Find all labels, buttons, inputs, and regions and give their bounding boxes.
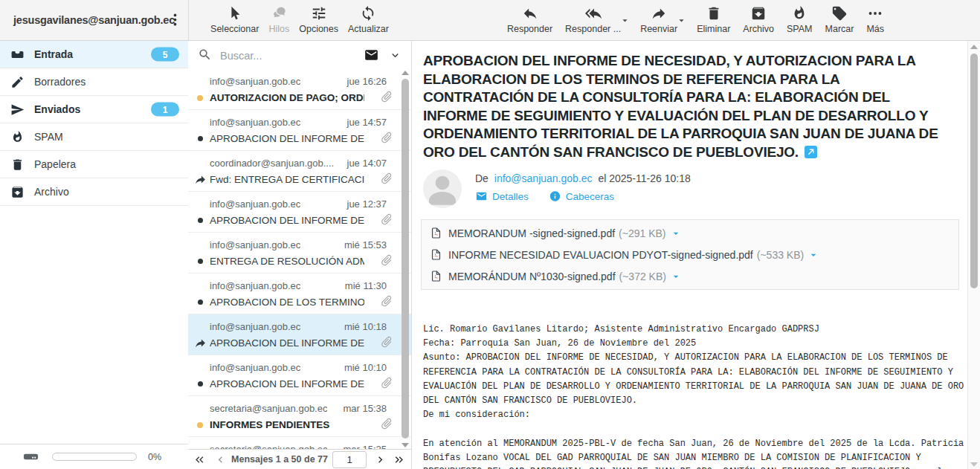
flame-icon [791, 5, 807, 22]
sidebar-item-sent[interactable]: Enviados1 [0, 96, 188, 123]
paperclip-icon [377, 210, 396, 228]
forward-icon [651, 5, 667, 22]
message-row[interactable]: info@sanjuan.gob.ecjue 16:26AUTORIZACION… [188, 69, 411, 110]
toolbar-button-delete[interactable]: Eliminar [697, 0, 730, 34]
message-date: mié 15:53 [344, 239, 387, 250]
info-icon [549, 190, 561, 202]
message-row[interactable]: info@sanjuan.gob.ecjue 12:37APROBACION D… [188, 192, 411, 233]
attachment-item[interactable]: INFORME NECESIDAD EVALUACION PDYOT-signe… [422, 244, 958, 265]
list-scrollbar[interactable] [400, 71, 410, 447]
message-date: jue 16:26 [347, 76, 387, 87]
toolbar-button-forward[interactable]: Reenviar [640, 0, 677, 34]
message-subject: ENTREGA DE RESOLUCIÓN ADMI... [210, 256, 364, 267]
caret-down-icon[interactable] [670, 227, 682, 239]
headers-link[interactable]: Cabeceras [549, 190, 614, 202]
sidebar-item-spam[interactable]: SPAM [0, 123, 188, 151]
subject-line: ORO DEL CANTÓN SAN FRANCISCO DE PUEBLOVI… [423, 143, 946, 162]
message-row[interactable]: info@sanjuan.gob.ecmié 10:18APROBACION D… [188, 314, 411, 355]
attachment-item[interactable]: MEMORÁNDUM Nº1030-signed.pdf(~372 KB) [422, 265, 958, 287]
message-date: mar 15:25 [343, 444, 387, 449]
subject-line: INFORME DE SEGUIMIENTO Y EVALUACIÓN DEL … [423, 107, 946, 126]
scroll-up-icon[interactable] [970, 45, 978, 49]
message-row[interactable]: info@sanjuan.gob.ecmié 15:53ENTREGA DE R… [188, 233, 411, 274]
message-subject: APROBACION DEL INFORME DE ... [210, 378, 364, 389]
message-row[interactable]: info@sanjuan.gob.ecmié 11:30APROBACION D… [188, 274, 411, 314]
open-in-new-window-icon[interactable] [805, 146, 817, 158]
attachment-name[interactable]: MEMORÁNDUM Nº1030-signed.pdf [448, 271, 616, 282]
read-dot-icon [193, 132, 207, 145]
avatar [423, 169, 462, 208]
caret-down-icon[interactable] [619, 15, 631, 26]
toolbar-button-reply-all[interactable]: Responder ... [565, 0, 621, 34]
toolbar-button-mark[interactable]: Marcar [825, 0, 854, 34]
attachment-name[interactable]: INFORME NECESIDAD EVALUACION PDYOT-signe… [448, 249, 753, 261]
from-email-link[interactable]: info@sanjuan.gob.ec [494, 172, 593, 184]
list-scrollbar-thumb[interactable] [402, 79, 409, 439]
body-line: Lic. Romario Gavilanes Litardo; Asistent… [423, 323, 980, 337]
search-input[interactable] [219, 45, 333, 66]
inbox-icon [10, 48, 25, 62]
pencil-icon [10, 75, 25, 89]
caret-down-icon[interactable] [676, 15, 687, 26]
message-date: jue 12:37 [347, 198, 387, 210]
toolbar-button-options[interactable]: Opciones [299, 0, 338, 34]
tag-icon [831, 5, 848, 22]
toolbar-button-spam[interactable]: SPAM [787, 0, 813, 34]
toolbar-button-more[interactable]: Más [866, 0, 884, 34]
toolbar-button-reply[interactable]: Responder [507, 0, 552, 34]
message-view-pane: APROBACION DEL INFORME DE NECESIDAD, Y A… [412, 41, 980, 469]
view-scrollbar[interactable] [967, 41, 980, 469]
paperclip-icon [377, 87, 396, 106]
attachment-name[interactable]: MEMORANDUM -signed-signed.pdf [448, 227, 615, 239]
scroll-up-icon[interactable] [402, 71, 409, 75]
toolbar-label: Responder [507, 24, 552, 34]
sidebar-item-drafts[interactable]: Borradores [0, 68, 188, 96]
next-page-icon[interactable] [374, 453, 387, 466]
attachment-size: (~291 KB) [619, 227, 665, 239]
body-line: EVALUACIÓN DEL PLAN DE DESARROLLO Y ORDE… [423, 380, 980, 394]
paperclip-icon [377, 291, 396, 310]
toolbar-button-refresh[interactable]: Actualizar [348, 0, 389, 34]
sidebar-item-trash[interactable]: Papelera [0, 151, 188, 178]
message-date: mié 10:10 [344, 362, 387, 373]
attachment-item[interactable]: MEMORANDUM -signed-signed.pdf(~291 KB) [422, 222, 958, 244]
account-header: jesusgavilanes@sanjuan.gob.ec [0, 0, 189, 40]
page-number-input[interactable] [332, 451, 367, 468]
message-sender: coordinador@sanjuan.gob.... [210, 158, 334, 169]
message-subject: AUTORIZACION DE PAGO; ORDE... [210, 92, 364, 103]
header-links: Detalles Cabeceras [475, 190, 614, 202]
forward-icon [194, 337, 207, 349]
message-row[interactable]: info@sanjuan.gob.ecmié 10:10APROBACION D… [188, 355, 411, 396]
read-dot-icon [193, 296, 207, 308]
attachment-size: (~533 KB) [757, 249, 804, 261]
archive-icon [750, 5, 767, 22]
message-row[interactable]: secretaria@sanjuan.gob.ecmar 15:38INFORM… [188, 396, 411, 437]
message-date: el 2025-11-26 10:18 [598, 172, 690, 184]
toolbar-button-archive[interactable]: Archivo [743, 0, 774, 34]
message-row[interactable]: secretaria@sanjuan.gob.ecmar 15:25 [188, 437, 411, 449]
message-subject: APROBACION DEL INFORME DE ... [210, 337, 364, 349]
details-link[interactable]: Detalles [475, 190, 529, 202]
previous-page-icon[interactable] [214, 453, 227, 466]
sidebar-item-inbox[interactable]: Entrada5 [0, 41, 188, 68]
envelope-icon[interactable] [364, 48, 379, 62]
message-sender: secretaria@sanjuan.gob.ec [210, 403, 327, 414]
attachments-box: MEMORANDUM -signed-signed.pdf(~291 KB)IN… [421, 219, 959, 290]
message-row[interactable]: coordinador@sanjuan.gob....jue 14:07Fwd:… [188, 151, 411, 192]
toolbar-label: Archivo [743, 24, 774, 34]
first-page-icon[interactable] [193, 453, 206, 466]
scroll-down-icon[interactable] [402, 443, 409, 447]
last-page-icon[interactable] [393, 453, 405, 466]
sidebar-item-archive[interactable]: Archivo [0, 178, 188, 206]
read-dot-icon [193, 214, 207, 227]
chevron-down-icon[interactable] [389, 49, 402, 62]
view-scrollbar-thumb[interactable] [970, 54, 978, 288]
quota-bar: 0% [0, 444, 188, 469]
caret-down-icon[interactable] [807, 249, 819, 261]
message-sender: info@sanjuan.gob.ec [210, 321, 300, 332]
toolbar-button-select[interactable]: Seleccionar [210, 0, 259, 34]
scroll-down-icon[interactable] [970, 462, 978, 467]
caret-down-icon[interactable] [670, 271, 682, 282]
kebab-menu-icon[interactable] [167, 12, 183, 28]
message-row[interactable]: info@sanjuan.gob.ecjue 14:57APROBACION D… [188, 110, 411, 151]
